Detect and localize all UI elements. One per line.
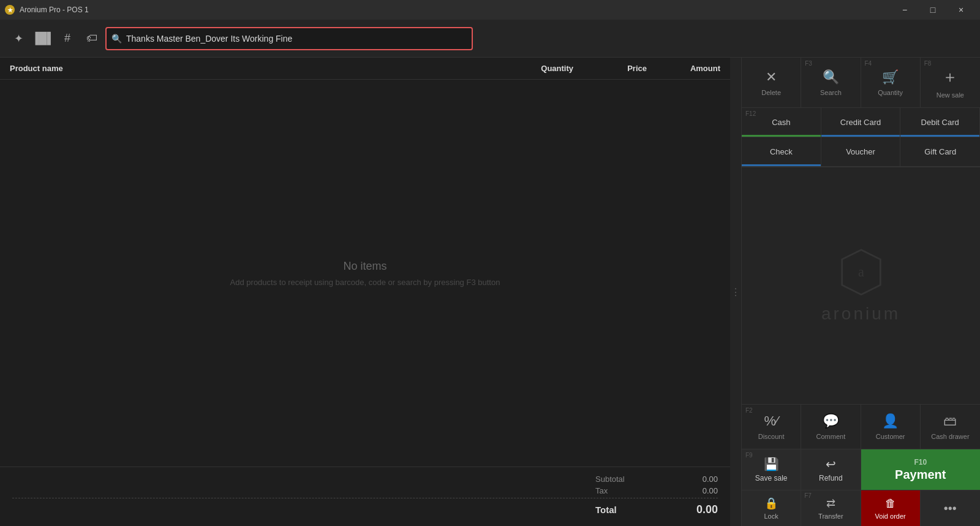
search-input[interactable] [105, 27, 473, 50]
new-sale-button[interactable]: F8 ＋ New sale [921, 58, 980, 107]
credit-card-label: Credit Card [840, 118, 881, 127]
lock-label: Lock [764, 513, 778, 520]
void-icon: 🗑 [885, 497, 896, 510]
save-sale-fkey: F9 [745, 452, 753, 459]
search-icon: 🔍 [111, 34, 122, 44]
app-icon: ★ [5, 5, 15, 15]
quantity-label: Quantity [878, 89, 903, 96]
discount-label: Discount [758, 433, 785, 440]
bottom-row2: 🔒 Lock F7 ⇄ Transfer 🗑 Void order ••• [742, 490, 980, 526]
check-label: Check [770, 147, 793, 156]
window-title: Aronium Pro - POS 1 [20, 6, 891, 14]
tax-value: 0.00 [681, 486, 718, 495]
subtotal-label: Subtotal [595, 475, 644, 484]
debit-card-button[interactable]: Debit Card [900, 108, 980, 137]
discount-icon: %⁄ [764, 413, 778, 429]
collapse-icon: ⋮ [731, 286, 741, 298]
right-panel: ✕ Delete F3 🔍 Search F4 🛒 Quantity F8 ＋ … [741, 58, 980, 526]
quantity-fkey: F4 [865, 60, 872, 67]
delete-button[interactable]: ✕ Delete [742, 58, 801, 107]
delete-label: Delete [761, 89, 781, 96]
transfer-fkey: F7 [804, 492, 812, 499]
search-wrapper: 🔍 [105, 27, 473, 50]
more-icon: ••• [944, 501, 957, 516]
discount-button[interactable]: F2 %⁄ Discount [742, 405, 801, 449]
totals-bar: Subtotal 0.00 Tax 0.00 Total 0.00 [0, 467, 730, 526]
refund-button[interactable]: ↩ Refund [801, 449, 861, 490]
empty-state: No items Add products to receipt using b… [0, 80, 730, 467]
transfer-button[interactable]: F7 ⇄ Transfer [801, 490, 861, 526]
payment-button[interactable]: F10 Payment [861, 449, 981, 490]
logo-area: a aronium [742, 167, 980, 404]
customer-button[interactable]: 👤 Customer [861, 405, 921, 449]
column-headers: Product name Quantity Price Amount [0, 58, 730, 80]
cash-label: Cash [772, 118, 790, 127]
hash-icon-button[interactable]: # [56, 28, 78, 50]
toolbar: ✦ ▐█▌ # 🏷 🔍 [0, 20, 980, 58]
new-sale-icon: ＋ [942, 66, 958, 88]
customer-icon: 👤 [882, 413, 899, 429]
payment-fkey: F10 [914, 458, 927, 467]
barcode-icon-button[interactable]: ▐█▌ [32, 28, 54, 50]
main-area: Product name Quantity Price Amount No it… [0, 58, 980, 526]
minimize-button[interactable]: − [891, 0, 919, 20]
tag-icon-button[interactable]: 🏷 [81, 28, 103, 50]
maximize-button[interactable]: □ [919, 0, 947, 20]
lock-button[interactable]: 🔒 Lock [742, 490, 801, 526]
discount-fkey: F2 [745, 407, 753, 414]
total-value: 0.00 [681, 503, 718, 516]
check-button[interactable]: Check [742, 137, 821, 167]
payment-action-row: F9 💾 Save sale ↩ Refund F10 Payment [742, 449, 980, 490]
titlebar: ★ Aronium Pro - POS 1 − □ × [0, 0, 980, 20]
svg-text:a: a [858, 264, 864, 280]
save-sale-button[interactable]: F9 💾 Save sale [742, 449, 801, 490]
col-header-product-name: Product name [10, 64, 500, 73]
star-icon-button[interactable]: ✦ [7, 28, 29, 50]
tax-row: Tax 0.00 [12, 486, 718, 495]
save-sale-label: Save sale [755, 474, 788, 482]
cash-drawer-button[interactable]: 🗃 Cash drawer [921, 405, 980, 449]
collapse-handle[interactable]: ⋮ [730, 58, 741, 526]
aronium-hex-icon: a [837, 248, 886, 297]
logo-text: aronium [821, 304, 900, 324]
comment-label: Comment [816, 433, 846, 440]
save-sale-icon: 💾 [764, 457, 779, 471]
payment-label: Payment [895, 468, 946, 482]
void-label: Void order [875, 513, 906, 520]
quantity-icon: 🛒 [882, 69, 899, 85]
bottom-actions-row: F2 %⁄ Discount 💬 Comment 👤 Customer 🗃 Ca… [742, 404, 980, 449]
transfer-label: Transfer [818, 513, 843, 520]
customer-label: Customer [876, 433, 905, 440]
window-controls: − □ × [891, 0, 975, 20]
search-fkey: F3 [805, 60, 812, 67]
voucher-button[interactable]: Voucher [821, 137, 901, 167]
close-button[interactable]: × [947, 0, 975, 20]
comment-button[interactable]: 💬 Comment [801, 405, 861, 449]
void-order-button[interactable]: 🗑 Void order [861, 490, 921, 526]
lock-icon: 🔒 [764, 497, 778, 510]
no-items-title: No items [343, 260, 386, 273]
total-label: Total [595, 505, 644, 515]
quantity-button[interactable]: F4 🛒 Quantity [861, 58, 921, 107]
no-items-subtitle: Add products to receipt using barcode, c… [230, 278, 500, 287]
gift-card-button[interactable]: Gift Card [900, 137, 980, 167]
debit-card-label: Debit Card [921, 118, 959, 127]
credit-card-button[interactable]: Credit Card [821, 108, 901, 137]
col-header-price: Price [573, 64, 647, 73]
new-sale-fkey: F8 [924, 60, 932, 67]
subtotal-value: 0.00 [681, 475, 718, 484]
voucher-label: Voucher [846, 147, 875, 156]
more-button[interactable]: ••• [921, 490, 980, 526]
cash-button[interactable]: F12 Cash [742, 108, 821, 137]
total-row: Total 0.00 [12, 498, 718, 516]
tax-label: Tax [595, 486, 644, 495]
search-button[interactable]: F3 🔍 Search [801, 58, 861, 107]
gift-card-label: Gift Card [924, 147, 956, 156]
product-panel: Product name Quantity Price Amount No it… [0, 58, 730, 526]
col-header-amount: Amount [647, 64, 720, 73]
search-label: Search [820, 89, 842, 96]
delete-icon: ✕ [766, 69, 777, 85]
search-icon: 🔍 [823, 69, 839, 85]
action-top-row: ✕ Delete F3 🔍 Search F4 🛒 Quantity F8 ＋ … [742, 58, 980, 108]
new-sale-label: New sale [937, 91, 964, 99]
